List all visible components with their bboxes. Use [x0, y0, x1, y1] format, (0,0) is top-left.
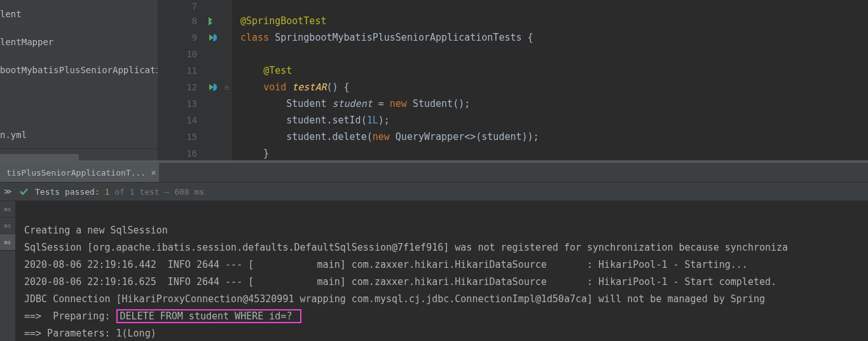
annotation: @Test: [263, 65, 292, 76]
variable: student: [333, 98, 373, 109]
number-literal: 1L: [367, 115, 378, 126]
run-gutter: [203, 0, 221, 160]
tree-item[interactable]: bootMybatisPlusSeniorApplication: [0, 56, 158, 84]
rerun-icon[interactable]: [207, 32, 217, 43]
keyword: void: [263, 81, 286, 93]
code-text: student.delete(: [240, 131, 373, 143]
line-number: 16: [158, 145, 203, 162]
keyword: class: [240, 32, 269, 43]
console-side-tabs: ms ms ms: [0, 201, 15, 341]
code-text: =: [373, 98, 390, 109]
check-icon: [18, 186, 29, 197]
horizontal-scrollbar[interactable]: [0, 154, 79, 160]
line-number: 8: [158, 13, 203, 29]
line-number: 12: [158, 79, 203, 95]
line-number: 11: [158, 62, 203, 79]
project-sidebar[interactable]: lent lentMapper bootMybatisPlusSeniorApp…: [0, 0, 158, 160]
sql-highlight: DELETE FROM student WHERE id=?: [116, 309, 302, 323]
close-icon[interactable]: ×: [151, 167, 156, 177]
side-tab[interactable]: ms: [0, 234, 15, 251]
tests-passed-count: 1: [100, 187, 114, 197]
keyword: new: [390, 98, 407, 109]
tests-total-label: of 1 test – 608 ms: [114, 187, 204, 197]
line-number: 10: [158, 46, 203, 62]
test-toolbar: ≫ Tests passed: 1 of 1 test – 608 ms: [0, 182, 868, 201]
code-text: }: [240, 148, 269, 159]
console-line: 2020-08-06 22:19:16.442 INFO 2644 --- [ …: [24, 259, 748, 270]
annotation: @SpringBootTest: [240, 15, 326, 27]
run-class-icon[interactable]: [207, 16, 217, 26]
rerun-icon[interactable]: [207, 82, 217, 92]
class-decl: SpringbootMybatisPlusSeniorApplicationTe…: [269, 32, 533, 43]
console-line: JDBC Connection [HikariProxyConnection@4…: [24, 293, 765, 305]
tree-item[interactable]: lent: [0, 0, 158, 28]
tree-item[interactable]: n.yml: [0, 121, 158, 149]
tree-item[interactable]: lentMapper: [0, 28, 158, 56]
side-tab[interactable]: ms: [0, 201, 15, 218]
editor-area: lent lentMapper bootMybatisPlusSeniorApp…: [0, 0, 868, 160]
code-text: );: [378, 115, 390, 126]
line-number: 7: [158, 0, 203, 13]
code-editor[interactable]: 7 8 9 10 11 12 13 14 15 16: [158, 0, 868, 160]
fold-gutter: ⊟: [221, 0, 233, 160]
console-area: ms ms ms Creating a new SqlSession SqlSe…: [0, 201, 868, 341]
code-text: Student: [240, 98, 333, 109]
console-line: Creating a new SqlSession: [24, 225, 168, 236]
side-tab[interactable]: ms: [0, 218, 15, 234]
console-line: ==> Preparing:: [24, 310, 116, 322]
line-number: 9: [158, 29, 203, 46]
code-text: QueryWrapper<>(student));: [390, 131, 539, 143]
console-line: ==> Parameters: 1(Long): [24, 328, 156, 339]
line-number-gutter: 7 8 9 10 11 12 13 14 15 16: [158, 0, 203, 160]
console-line: SqlSession [org.apache.ibatis.session.de…: [24, 242, 788, 253]
code-text: () {: [326, 81, 349, 93]
tests-passed-label: Tests passed:: [35, 187, 100, 197]
line-number: 15: [158, 129, 203, 145]
run-tabs: tisPlusSeniorApplicationT... ×: [0, 163, 868, 182]
line-number: 13: [158, 95, 203, 112]
console-output[interactable]: Creating a new SqlSession SqlSession [or…: [15, 201, 868, 341]
method-name: testAR: [292, 81, 326, 93]
keyword: new: [373, 131, 390, 143]
fold-icon[interactable]: ⊟: [221, 79, 232, 95]
code-text: Student();: [407, 98, 470, 109]
code-content[interactable]: @SpringBootTest class SpringbootMybatisP…: [233, 0, 868, 160]
chevron-right-icon[interactable]: ≫: [4, 187, 12, 196]
run-tab-label: tisPlusSeniorApplicationT...: [6, 168, 146, 177]
code-text: student.setId(: [240, 115, 367, 126]
line-number: 14: [158, 112, 203, 129]
console-line: 2020-08-06 22:19:16.625 INFO 2644 --- [ …: [24, 276, 776, 288]
run-tab[interactable]: tisPlusSeniorApplicationT... ×: [0, 163, 159, 182]
